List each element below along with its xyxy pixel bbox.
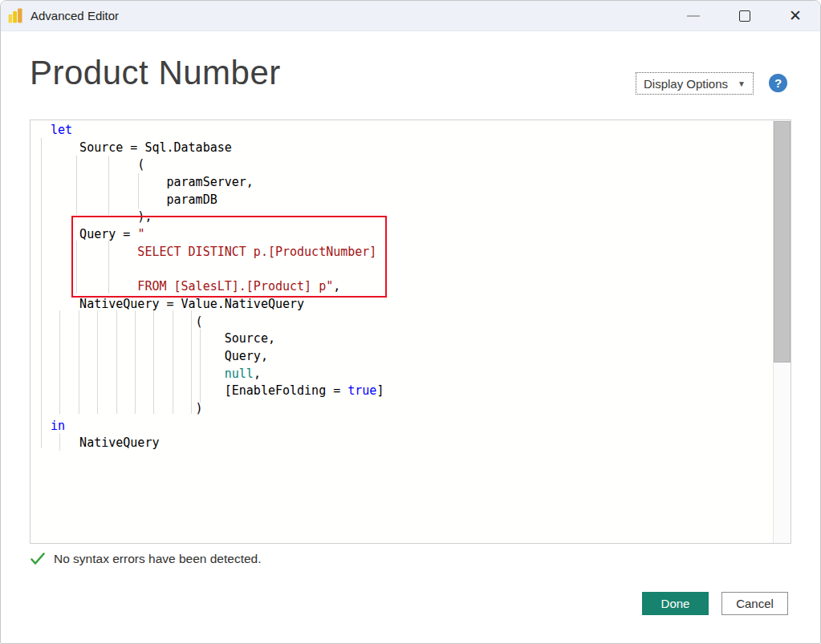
display-options-label: Display Options: [644, 77, 728, 91]
indent-guide: [59, 310, 60, 414]
close-icon: ✕: [789, 8, 802, 23]
title-bar: Advanced Editor ✕: [1, 1, 820, 31]
power-bi-icon: [8, 7, 24, 25]
close-button[interactable]: ✕: [777, 1, 814, 30]
indent-guide: [76, 241, 77, 294]
vertical-scrollbar[interactable]: [773, 120, 791, 543]
indent-guide: [97, 310, 98, 414]
code-editor[interactable]: let Source = Sql.Database ( paramServer,…: [30, 119, 791, 544]
done-button[interactable]: Done: [642, 592, 709, 615]
chevron-down-icon: ▼: [738, 79, 746, 88]
advanced-editor-window: Advanced Editor ✕ Product Number Display…: [0, 0, 821, 644]
question-mark-icon: ?: [774, 76, 782, 90]
minimize-icon: [687, 15, 700, 17]
done-button-label: Done: [661, 597, 690, 610]
checkmark-icon: [30, 551, 46, 567]
help-button[interactable]: ?: [769, 74, 787, 92]
indent-guide: [41, 138, 42, 448]
minimize-button[interactable]: [675, 1, 712, 30]
indent-guide: [191, 310, 192, 414]
maximize-icon: [739, 10, 750, 22]
indent-guide: [59, 433, 60, 451]
code-content[interactable]: let Source = Sql.Database ( paramServer,…: [30, 120, 773, 543]
cancel-button-label: Cancel: [736, 597, 774, 610]
indent-guide: [76, 156, 77, 215]
page-title: Product Number: [30, 54, 281, 92]
indent-guide: [116, 310, 117, 414]
indent-guide: [173, 310, 173, 414]
status-row: No syntax errors have been detected.: [30, 551, 261, 567]
display-options-dropdown[interactable]: Display Options ▼: [636, 72, 754, 95]
indent-guide: [138, 173, 139, 209]
indent-guide: [108, 156, 109, 215]
indent-guide: [200, 329, 201, 403]
indent-guide: [153, 310, 154, 414]
indent-guide: [79, 310, 79, 414]
scrollbar-thumb[interactable]: [774, 121, 791, 363]
maximize-button[interactable]: [726, 1, 763, 30]
indent-guide: [135, 310, 136, 414]
indent-guide: [108, 241, 109, 294]
status-message: No syntax errors have been detected.: [54, 552, 261, 566]
window-title: Advanced Editor: [30, 9, 119, 22]
cancel-button[interactable]: Cancel: [721, 592, 788, 615]
